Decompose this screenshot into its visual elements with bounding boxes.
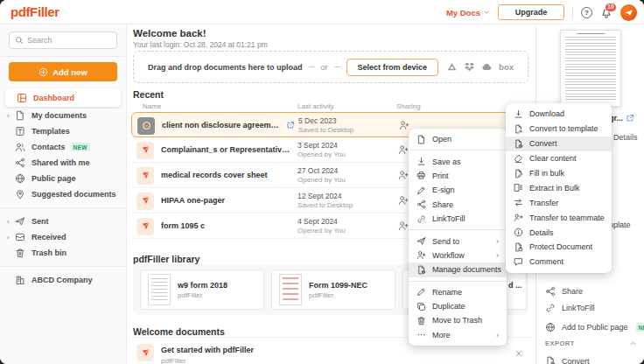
submenu-item-transfer-to-teammate[interactable]: Transfer to teammate (506, 210, 612, 225)
panel-action-convert[interactable]: Convert (545, 355, 640, 364)
link-icon (545, 303, 556, 313)
share-icon (545, 286, 556, 297)
box-icon[interactable]: box (499, 62, 514, 72)
dropbox-icon[interactable] (464, 61, 475, 73)
sidebar-item-abcd-company[interactable]: › ABCD Company (0, 272, 126, 288)
last-login-text: Your last login: Oct 28, 2024 at 01:21 p… (133, 40, 268, 49)
google-drive-icon[interactable] (446, 61, 458, 73)
menu-item-linktofill[interactable]: LinkToFill (409, 212, 507, 226)
submenu-item-details[interactable]: Details (506, 225, 612, 240)
share-add-user-icon[interactable] (398, 170, 409, 180)
help-icon[interactable]: ? (581, 7, 592, 18)
menu-item-esign[interactable]: E-sign (409, 183, 507, 197)
panel-action-add-to-public-page[interactable]: Add to Public page NEW (545, 321, 640, 333)
globe-icon (15, 173, 25, 184)
submenu-item-convert[interactable]: Convert (506, 136, 612, 151)
avatar[interactable] (620, 4, 637, 21)
search-input[interactable] (27, 36, 111, 45)
menu-item-rename[interactable]: Rename (409, 285, 507, 299)
sidebar-item-suggested-documents[interactable]: › Suggested documents (0, 186, 126, 202)
notifications-button[interactable]: 10 (600, 6, 612, 18)
submenu-arrow-icon: › (496, 237, 499, 246)
share-icon (15, 158, 25, 168)
share-add-user-icon[interactable] (399, 120, 410, 130)
sidebar-item-public-page[interactable]: › Public page (0, 171, 126, 186)
pen-icon (416, 186, 426, 195)
submenu-item-convert-to-template[interactable]: Convert to template (506, 122, 612, 136)
submenu-item-comment[interactable]: Comment (506, 255, 612, 270)
share-add-user-icon[interactable] (398, 220, 409, 231)
my-docs-label: My Docs (446, 8, 480, 18)
details-link[interactable]: Details (613, 133, 638, 142)
search-icon (15, 36, 24, 45)
library-card[interactable]: Form 1099-NEC pdfFiller (271, 270, 396, 310)
sidebar-item-dashboard[interactable]: › Dashboard (5, 88, 121, 107)
menu-item-share[interactable]: Share (409, 198, 507, 212)
send-icon (416, 236, 426, 246)
pin-icon (15, 189, 25, 200)
manage-documents-icon (416, 265, 426, 275)
panel-action-linktofill[interactable]: LinkToFill (545, 302, 640, 314)
close-icon[interactable] (514, 349, 523, 358)
pdffiller-logo[interactable]: pdfFiller (10, 4, 60, 19)
transfer-icon (514, 198, 523, 207)
fill-in-bulk-icon (514, 169, 523, 178)
menu-item-print[interactable]: Print (409, 169, 507, 183)
my-docs-dropdown[interactable]: My Docs (446, 8, 490, 18)
info-icon (514, 228, 523, 237)
file-icon (416, 135, 426, 144)
search-box[interactable] (9, 32, 117, 49)
share-add-user-icon[interactable] (398, 195, 409, 206)
sidebar-item-sent[interactable]: › Sent (0, 214, 126, 229)
submenu-item-clear-content[interactable]: Clear content (506, 151, 612, 166)
add-new-button[interactable]: Add new (9, 62, 117, 81)
menu-item-more[interactable]: More› (409, 328, 507, 342)
sidebar-divider (0, 207, 126, 208)
library-card[interactable]: w9 form 2018 pdfFiller (140, 270, 264, 310)
menu-item-duplicate[interactable]: Duplicate (409, 299, 507, 313)
manage-documents-submenu: Download Convert to template Convert Cle… (506, 103, 612, 273)
submenu-item-download[interactable]: Download (506, 107, 612, 122)
lock-icon (514, 242, 523, 252)
share-add-user-icon[interactable] (398, 144, 409, 155)
submenu-item-extract-in-bulk[interactable]: Extract in Bulk (506, 180, 612, 195)
select-from-device-button[interactable]: Select from device (346, 59, 439, 76)
panel-action-share[interactable]: Share (545, 285, 640, 298)
column-header-name: Name (143, 102, 161, 110)
upgrade-button[interactable]: Upgrade (498, 4, 564, 20)
sidebar-item-contacts[interactable]: › Contacts NEW (0, 139, 126, 155)
expand-chevron-icon: › (7, 234, 15, 242)
menu-item-save-as[interactable]: Save as (409, 154, 507, 168)
menu-item-send-to[interactable]: Send to› (409, 234, 507, 248)
sidebar-item-trash-bin[interactable]: › Trash bin (0, 245, 126, 261)
sidebar-item-shared-with-me[interactable]: › Shared with me (0, 155, 126, 171)
menu-item-workflow[interactable]: Workflow› (409, 248, 507, 262)
onedrive-icon[interactable] (481, 61, 493, 73)
document-thumbnail (148, 274, 171, 305)
sidebar-item-my-documents[interactable]: › My documents (0, 108, 126, 123)
desktop-document-icon (137, 117, 155, 135)
external-link-icon[interactable] (626, 114, 634, 122)
convert-to-template-icon (514, 124, 523, 134)
workflow-icon (416, 250, 426, 260)
submenu-item-protect-document[interactable]: Protect Document (506, 240, 612, 255)
menu-item-open[interactable]: Open (409, 132, 507, 146)
upload-dropzone[interactable]: Drag and drop documents here to upload o… (133, 51, 528, 83)
export-section-header[interactable]: EXPORT (545, 340, 637, 347)
download-icon (514, 109, 523, 119)
menu-item-manage-documents[interactable]: Manage documents› (409, 262, 507, 276)
submenu-arrow-icon: › (496, 251, 499, 260)
submenu-item-fill-in-bulk[interactable]: Fill in bulk (506, 166, 612, 181)
external-link-icon[interactable] (286, 121, 295, 130)
trash-icon (416, 316, 426, 326)
menu-item-move-to-trash[interactable]: Move to Trash (409, 313, 507, 327)
new-badge: NEW (636, 323, 644, 332)
company-icon (15, 275, 25, 285)
link-icon (416, 214, 426, 224)
sidebar-item-templates[interactable]: › Templates (0, 123, 126, 139)
submenu-item-transfer[interactable]: Transfer (506, 195, 612, 210)
top-header: pdfFiller My Docs Upgrade ? 10 (0, 0, 644, 24)
pdffiller-app: pdfFiller My Docs Upgrade ? 10 (0, 0, 644, 364)
chevron-up-icon (629, 340, 637, 347)
sidebar-item-received[interactable]: › Received (0, 229, 126, 245)
